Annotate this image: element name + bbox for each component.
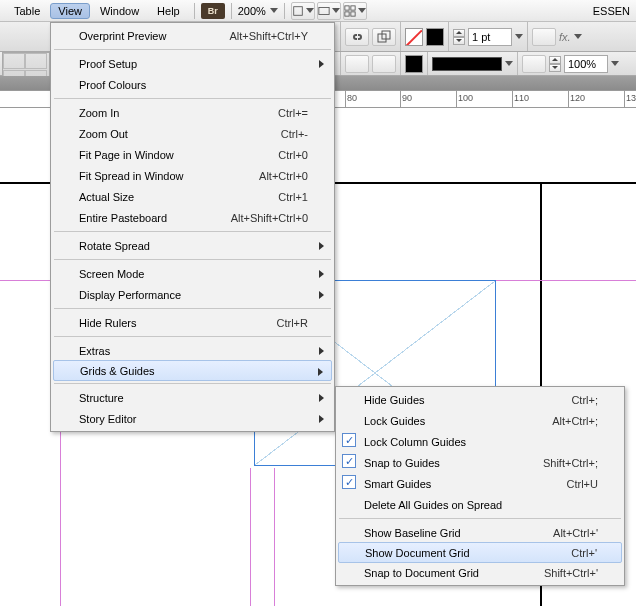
menu-item-label: Zoom In <box>79 107 119 119</box>
screen-mode-button[interactable] <box>317 2 341 20</box>
bridge-button[interactable]: Br <box>201 3 225 19</box>
menu-item[interactable]: Proof Setup <box>53 53 332 74</box>
link-group <box>340 22 400 51</box>
chevron-down-icon <box>270 8 278 13</box>
chevron-down-icon[interactable] <box>505 61 513 66</box>
submenu-arrow-icon <box>318 368 323 376</box>
fill-swatch[interactable] <box>405 28 423 46</box>
menu-separator <box>54 308 331 309</box>
stroke-weight-input[interactable]: 1 pt <box>468 28 512 46</box>
chevron-down-icon[interactable] <box>611 61 619 66</box>
svg-rect-2 <box>345 5 349 9</box>
submenu-arrow-icon <box>319 415 324 423</box>
menu-item[interactable]: Actual SizeCtrl+1 <box>53 186 332 207</box>
menu-item[interactable]: Show Document GridCtrl+' <box>338 542 622 563</box>
menu-window[interactable]: Window <box>92 3 147 19</box>
menu-item[interactable]: Overprint PreviewAlt+Shift+Ctrl+Y <box>53 25 332 46</box>
svg-rect-4 <box>345 11 349 15</box>
menu-item[interactable]: Snap to Document GridShift+Ctrl+' <box>338 562 622 583</box>
menu-separator <box>54 98 331 99</box>
separator <box>231 3 232 19</box>
gradient-icon[interactable] <box>532 28 556 46</box>
effects-group: fx. <box>527 22 586 51</box>
menu-item[interactable]: Structure <box>53 387 332 408</box>
stroke-style[interactable] <box>432 57 502 71</box>
group-icon[interactable] <box>372 28 396 46</box>
menu-shortcut: Ctrl+' <box>541 547 597 559</box>
menu-item-label: Zoom Out <box>79 128 128 140</box>
menu-item-label: Proof Setup <box>79 58 137 70</box>
menu-item[interactable]: ✓Lock Column Guides <box>338 431 622 452</box>
menu-item[interactable]: Hide RulersCtrl+R <box>53 312 332 333</box>
ruler-label: 130 <box>626 93 636 103</box>
menu-item-label: Story Editor <box>79 413 136 425</box>
svg-rect-0 <box>294 6 303 15</box>
link-icon[interactable] <box>345 28 369 46</box>
menu-item[interactable]: Fit Spread in WindowAlt+Ctrl+0 <box>53 165 332 186</box>
menu-item-label: Extras <box>79 345 110 357</box>
check-icon: ✓ <box>342 433 356 447</box>
arrange-button[interactable] <box>343 2 367 20</box>
chevron-down-icon[interactable] <box>515 34 523 39</box>
ruler-label: 80 <box>347 93 357 103</box>
document-name: ESSEN <box>593 5 630 17</box>
menu-item-label: Rotate Spread <box>79 240 150 252</box>
separator <box>194 3 195 19</box>
menu-shortcut: Ctrl+1 <box>248 191 308 203</box>
column-guide[interactable] <box>250 468 251 606</box>
menu-item-label: Actual Size <box>79 191 134 203</box>
menu-item[interactable]: Show Baseline GridAlt+Ctrl+' <box>338 522 622 543</box>
menu-item-label: Snap to Guides <box>364 457 440 469</box>
menu-item[interactable]: Display Performance <box>53 284 332 305</box>
stroke-swatch[interactable] <box>426 28 444 46</box>
stroke-stepper[interactable] <box>453 29 465 45</box>
menu-item-label: Snap to Document Grid <box>364 567 479 579</box>
ruler-label: 120 <box>570 93 585 103</box>
menu-shortcut: Ctrl+- <box>251 128 308 140</box>
menu-table[interactable]: Table <box>6 3 48 19</box>
menu-shortcut: Ctrl+R <box>247 317 308 329</box>
tool-b[interactable] <box>25 53 47 69</box>
flip-icon[interactable] <box>345 55 369 73</box>
menu-item[interactable]: Screen Mode <box>53 263 332 284</box>
menu-item-label: Hide Rulers <box>79 317 136 329</box>
submenu-arrow-icon <box>319 242 324 250</box>
svg-rect-3 <box>351 5 355 9</box>
menu-shortcut: Alt+Shift+Ctrl+0 <box>201 212 308 224</box>
fx-button[interactable]: fx. <box>559 31 571 43</box>
menu-item[interactable]: Rotate Spread <box>53 235 332 256</box>
opacity-input[interactable]: 100% <box>564 55 608 73</box>
menu-item-label: Show Document Grid <box>365 547 470 559</box>
menu-item[interactable]: Zoom InCtrl+= <box>53 102 332 123</box>
column-guide[interactable] <box>274 468 275 606</box>
menu-item[interactable]: Fit Page in WindowCtrl+0 <box>53 144 332 165</box>
menu-help[interactable]: Help <box>149 3 188 19</box>
menu-item[interactable]: Proof Colours <box>53 74 332 95</box>
view-options-button[interactable] <box>291 2 315 20</box>
menu-item[interactable]: Delete All Guides on Spread <box>338 494 622 515</box>
menu-separator <box>54 49 331 50</box>
menu-separator <box>54 259 331 260</box>
opacity-stepper[interactable] <box>549 56 561 72</box>
chevron-down-icon[interactable] <box>574 34 582 39</box>
ruler-label: 100 <box>458 93 473 103</box>
opacity-icon[interactable] <box>522 55 546 73</box>
menu-item[interactable]: Extras <box>53 340 332 361</box>
menu-item[interactable]: Story Editor <box>53 408 332 429</box>
menu-item[interactable]: Zoom OutCtrl+- <box>53 123 332 144</box>
menu-item[interactable]: ✓Snap to GuidesShift+Ctrl+; <box>338 452 622 473</box>
menu-item[interactable]: ✓Smart GuidesCtrl+U <box>338 473 622 494</box>
tool-a[interactable] <box>3 53 25 69</box>
zoom-combo[interactable]: 200% <box>238 5 278 17</box>
menu-item[interactable]: Hide GuidesCtrl+; <box>338 389 622 410</box>
menu-view[interactable]: View <box>50 3 90 19</box>
svg-rect-1 <box>319 7 329 14</box>
rotate-icon[interactable] <box>372 55 396 73</box>
menu-item-label: Show Baseline Grid <box>364 527 461 539</box>
ruler-label: 110 <box>514 93 529 103</box>
color-swatch[interactable] <box>405 55 423 73</box>
menu-item[interactable]: Entire PasteboardAlt+Shift+Ctrl+0 <box>53 207 332 228</box>
menu-item[interactable]: Grids & Guides <box>53 360 332 381</box>
fill-stroke-group <box>400 22 448 51</box>
menu-item[interactable]: Lock GuidesAlt+Ctrl+; <box>338 410 622 431</box>
